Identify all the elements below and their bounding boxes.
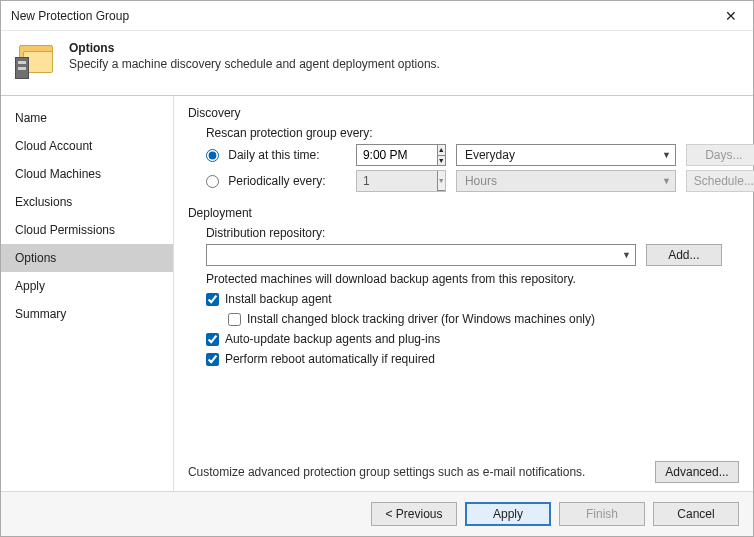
spinner-up-icon[interactable]: ▲ [438,145,445,156]
sidebar-item-options[interactable]: Options [1,244,173,272]
close-icon: ✕ [725,8,737,24]
spinner-down-icon[interactable]: ▼ [438,156,445,166]
sidebar-item-exclusions[interactable]: Exclusions [1,188,173,216]
dialog-window: New Protection Group ✕ Options Specify a… [0,0,754,537]
install-cbt-label: Install changed block tracking driver (f… [247,312,595,326]
daily-time-field[interactable] [357,145,437,165]
footer: < Previous Apply Finish Cancel [1,491,753,536]
auto-update-checkbox[interactable] [206,333,219,346]
auto-update-label: Auto-update backup agents and plug-ins [225,332,441,346]
apply-button[interactable]: Apply [465,502,551,526]
chevron-down-icon: ▼ [662,150,671,160]
days-button: Days... [686,144,754,166]
sidebar-item-name[interactable]: Name [1,104,173,132]
repo-label: Distribution repository: [206,226,739,240]
install-agent-checkbox[interactable] [206,293,219,306]
deployment-section-label: Deployment [188,206,739,220]
previous-button[interactable]: < Previous [371,502,457,526]
chevron-down-icon: ▼ [438,171,445,191]
close-button[interactable]: ✕ [709,1,753,31]
wizard-sidebar: Name Cloud Account Cloud Machines Exclus… [1,96,174,491]
install-agent-label: Install backup agent [225,292,332,306]
distribution-repo-field[interactable] [215,247,622,263]
distribution-repo-combo[interactable]: ▼ [206,244,636,266]
wizard-header: Options Specify a machine discovery sche… [1,31,753,95]
periodic-radio[interactable] [206,175,219,188]
sidebar-item-cloud-account[interactable]: Cloud Account [1,132,173,160]
periodic-unit-combo: Hours ▼ [456,170,676,192]
titlebar: New Protection Group ✕ [1,1,753,31]
cancel-button[interactable]: Cancel [653,502,739,526]
folder-icon [15,41,55,81]
add-repo-button[interactable]: Add... [646,244,722,266]
periodic-radio-label[interactable]: Periodically every: [206,174,346,188]
discovery-section-label: Discovery [188,106,739,120]
main-panel: Discovery Rescan protection group every:… [174,96,753,491]
daily-radio-label[interactable]: Daily at this time: [206,148,346,162]
daily-time-spinner[interactable]: ▲ ▼ [356,144,446,166]
auto-reboot-label: Perform reboot automatically if required [225,352,435,366]
advanced-text: Customize advanced protection group sett… [188,465,645,479]
page-title: Options [69,41,440,55]
daily-radio[interactable] [206,149,219,162]
window-title: New Protection Group [11,9,129,23]
daily-day-combo[interactable]: Everyday ▼ [456,144,676,166]
chevron-down-icon: ▼ [662,176,671,186]
advanced-button[interactable]: Advanced... [655,461,739,483]
sidebar-item-apply[interactable]: Apply [1,272,173,300]
auto-reboot-checkbox[interactable] [206,353,219,366]
sidebar-item-summary[interactable]: Summary [1,300,173,328]
install-cbt-checkbox[interactable] [228,313,241,326]
periodic-value-field [357,171,437,191]
finish-button: Finish [559,502,645,526]
schedule-button: Schedule... [686,170,754,192]
chevron-down-icon: ▼ [622,250,631,260]
repo-note: Protected machines will download backup … [206,272,739,286]
page-subtitle: Specify a machine discovery schedule and… [69,57,440,71]
sidebar-item-cloud-permissions[interactable]: Cloud Permissions [1,216,173,244]
sidebar-item-cloud-machines[interactable]: Cloud Machines [1,160,173,188]
periodic-value-spinner: ▼ [356,170,446,192]
rescan-label: Rescan protection group every: [206,126,739,140]
